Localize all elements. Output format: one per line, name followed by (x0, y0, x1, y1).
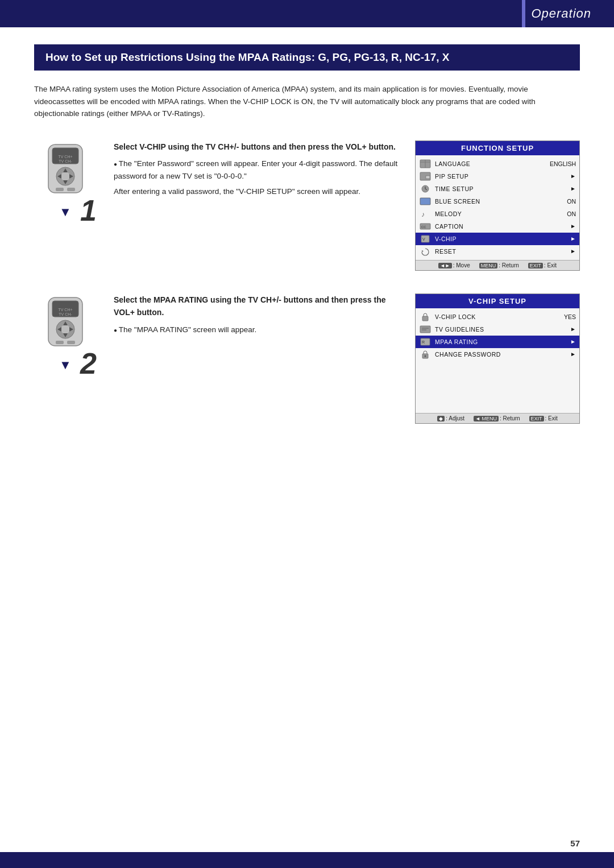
menu-row-changepwd: CHANGE PASSWORD ► (416, 348, 579, 361)
menu-arrow-caption: ► (570, 223, 576, 229)
menu-label-reset: RESET (435, 248, 568, 255)
svg-rect-38 (67, 341, 75, 344)
svg-rect-16 (426, 176, 430, 179)
footer2-adjust: ◆: Adjust (437, 415, 464, 421)
menu-row-pip: PIP SETUP ► (416, 170, 579, 183)
menu-icon-tvguidelines (419, 324, 432, 334)
menu-label-blue: BLUE SCREEN (435, 198, 567, 205)
svg-rect-11 (67, 188, 75, 191)
step-2-menu-items: V-CHIP LOCK YES TV GUIDELINES ► R (416, 308, 579, 413)
menu-value-melody: ON (567, 210, 576, 217)
menu-label-language: LANGUAGE (435, 160, 550, 167)
step-1-bold: Select V-CHIP using the TV CH+/- buttons… (114, 140, 398, 153)
intro-paragraph: The MPAA rating system uses the Motion P… (34, 83, 580, 120)
svg-text:R: R (422, 340, 425, 344)
steps-container: TV CH+ TV CH- 1 ▼ Select V-CHIP using th… (34, 140, 580, 424)
menu-row-blue: BLUE SCREEN ON (416, 195, 579, 208)
menu-icon-mpaarating: R (419, 337, 432, 347)
svg-point-3 (61, 172, 70, 181)
menu-label-vchiplock: V-CHIP LOCK (435, 313, 564, 320)
svg-text:TV CH-: TV CH- (59, 159, 72, 163)
step-2-number: 2 (80, 349, 97, 378)
bottom-bar (0, 852, 614, 868)
menu-icon-pip (419, 171, 432, 181)
menu-row-language: LANGUAGE ENGLISH (416, 158, 579, 170)
page-title: Operation (531, 6, 591, 21)
footer-return: MENU: Return (479, 262, 519, 268)
svg-text:TV CH+: TV CH+ (58, 308, 72, 312)
menu-arrow-time: ► (570, 185, 576, 192)
menu-icon-vchiplock (419, 312, 432, 322)
menu-value-language: ENGLISH (550, 160, 576, 167)
menu-arrow-vchip: ► (570, 235, 576, 242)
menu-icon-vchip: V (419, 234, 432, 244)
step-2-menu-footer: ◆: Adjust ◄ MENU: Return EXIT: Exit (416, 413, 579, 423)
top-header: Operation (0, 0, 614, 27)
menu-row-empty2 (416, 373, 579, 386)
page-number: 57 (570, 838, 580, 848)
menu-label-time: TIME SETUP (435, 185, 568, 192)
menu-label-changepwd: CHANGE PASSWORD (435, 351, 568, 358)
step-1-menu-title: FUNCTION SETUP (416, 141, 579, 155)
svg-point-46 (425, 355, 426, 357)
step-2-remote: TV CH+ TV CH- 2 ▼ (34, 296, 97, 373)
svg-text:TV CH-: TV CH- (59, 312, 72, 316)
step-2-row: TV CH+ TV CH- 2 ▼ Select the MPAA RATING… (34, 294, 580, 424)
svg-text:♪: ♪ (421, 210, 425, 218)
step-1-bullet-0: The "Enter Password" screen will appear.… (114, 158, 398, 182)
svg-marker-26 (422, 250, 424, 252)
menu-row-empty3 (416, 386, 579, 398)
remote-icon-2: TV CH+ TV CH- (40, 296, 91, 353)
step-2-arrow: ▼ (59, 358, 72, 373)
svg-rect-10 (56, 188, 64, 191)
step-1-row: TV CH+ TV CH- 1 ▼ Select V-CHIP using th… (34, 140, 580, 271)
menu-icon-blue (419, 196, 432, 206)
header-accent (522, 0, 525, 27)
menu-icon-caption: CC (419, 221, 432, 232)
step-2-bullet-0: The "MPAA RATING" screen will appear. (114, 324, 398, 336)
step-2-menu: V-CHIP SETUP V-CHIP LOCK YES TV GUIDEL (415, 294, 580, 424)
menu-arrow-mpaarating: ► (570, 338, 576, 345)
step-1-arrow: ▼ (59, 205, 72, 220)
footer-move: ◄►: Move (438, 262, 470, 268)
menu-label-pip: PIP SETUP (435, 173, 568, 180)
footer-exit: EXIT: Exit (528, 262, 557, 268)
svg-rect-39 (422, 316, 428, 321)
menu-arrow-pip: ► (570, 173, 576, 179)
main-content: How to Set up Restrictions Using the MPA… (0, 27, 614, 481)
menu-label-tvguidelines: TV GUIDELINES (435, 326, 568, 333)
remote-icon-1: TV CH+ TV CH- (40, 143, 91, 200)
menu-value-vchiplock: YES (564, 313, 576, 320)
menu-label-vchip: V-CHIP (435, 235, 568, 242)
menu-arrow-tvguidelines: ► (570, 326, 576, 332)
menu-row-vchiplock: V-CHIP LOCK YES (416, 311, 579, 323)
svg-rect-37 (56, 341, 64, 344)
footer2-exit: EXIT: Exit (529, 415, 558, 421)
svg-rect-20 (420, 198, 430, 205)
menu-row-vchip: V V-CHIP ► (416, 233, 579, 245)
menu-row-tvguidelines: TV GUIDELINES ► (416, 323, 579, 336)
menu-label-caption: CAPTION (435, 223, 568, 230)
step-2-text: Select the MPAA RATING using the TV CH+/… (114, 294, 398, 338)
step-2-bullets: The "MPAA RATING" screen will appear. (114, 324, 398, 336)
footer2-return: ◄ MENU: Return (474, 415, 520, 421)
svg-point-30 (61, 325, 70, 334)
menu-icon-time (419, 184, 432, 194)
menu-label-melody: MELODY (435, 210, 567, 217)
svg-text:CC: CC (421, 225, 426, 229)
step-1-text: Select V-CHIP using the TV CH+/- buttons… (114, 140, 398, 198)
menu-arrow-reset: ► (570, 248, 576, 254)
menu-row-caption: CC CAPTION ► (416, 220, 579, 233)
step-1-menu-footer: ◄►: Move MENU: Return EXIT: Exit (416, 260, 579, 270)
section-heading: How to Set up Restrictions Using the MPA… (34, 44, 580, 71)
menu-icon-melody: ♪ (419, 209, 432, 219)
step-1-remote: TV CH+ TV CH- 1 ▼ (34, 143, 97, 220)
menu-row-melody: ♪ MELODY ON (416, 208, 579, 220)
menu-value-blue: ON (567, 198, 576, 205)
menu-arrow-changepwd: ► (570, 351, 576, 357)
step-2-bold: Select the MPAA RATING using the TV CH+/… (114, 294, 398, 319)
menu-icon-language (419, 159, 432, 169)
menu-row-mpaarating: R MPAA RATING ► (416, 336, 579, 348)
menu-row-empty1 (416, 361, 579, 373)
step-1-menu-items: LANGUAGE ENGLISH PIP SETUP ► (416, 155, 579, 260)
